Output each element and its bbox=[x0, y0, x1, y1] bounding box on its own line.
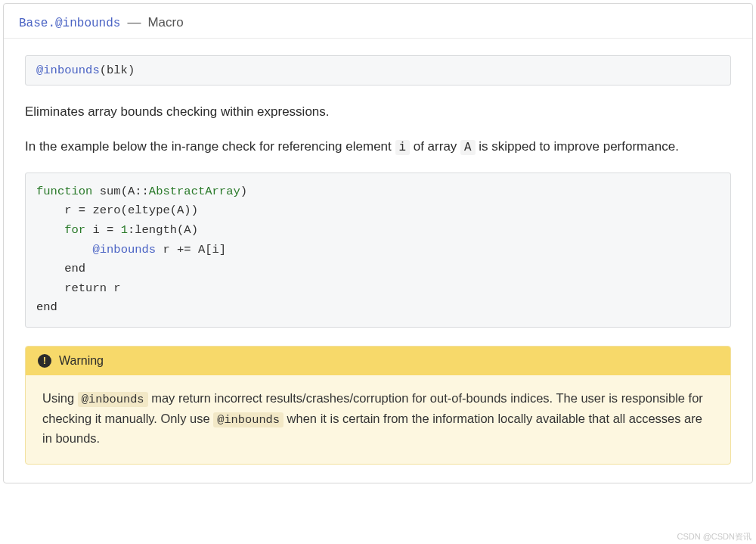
code-line: return r bbox=[36, 281, 121, 295]
warning-admonition: ! Warning Using @inbounds may return inc… bbox=[25, 346, 731, 465]
inline-code-a: A bbox=[460, 140, 475, 155]
code-keyword-end: end bbox=[36, 262, 85, 275]
watermark: CSDN @CSDN资讯 bbox=[677, 531, 751, 542]
code-line: r = zero(eltype(A)) bbox=[36, 204, 198, 217]
code-keyword-end: end bbox=[36, 300, 57, 314]
docstring-binding-link[interactable]: Base.@inbounds bbox=[19, 17, 120, 30]
docstring-type-label: Macro bbox=[147, 15, 183, 30]
code-example-block: function sum(A::AbstractArray) r = zero(… bbox=[25, 173, 731, 328]
signature-macro-name: @inbounds bbox=[36, 64, 100, 77]
warning-header: ! Warning bbox=[26, 347, 730, 375]
code-macro-inbounds: @inbounds bbox=[92, 243, 156, 256]
code-keyword-for: for bbox=[36, 223, 85, 237]
code-keyword-function: function bbox=[36, 185, 92, 198]
code-text: ) bbox=[240, 185, 247, 198]
warning-icon: ! bbox=[38, 354, 51, 368]
text-fragment: In the example below the in-range check … bbox=[25, 139, 395, 154]
inline-code-i: i bbox=[395, 140, 410, 155]
inline-code-inbounds: @inbounds bbox=[213, 412, 284, 427]
code-indent bbox=[36, 243, 92, 256]
code-number: 1 bbox=[121, 223, 128, 237]
signature-block: @inbounds(blk) bbox=[25, 55, 731, 85]
code-text: sum(A:: bbox=[92, 185, 148, 198]
warning-title: Warning bbox=[59, 354, 104, 368]
code-text: r += A[i] bbox=[156, 243, 226, 256]
text-fragment: is skipped to improve performance. bbox=[476, 139, 679, 154]
docstring-body: @inbounds(blk) Eliminates array bounds c… bbox=[4, 39, 752, 483]
text-fragment: Using bbox=[42, 391, 78, 405]
header-separator: — bbox=[127, 14, 141, 30]
code-text: i = bbox=[85, 223, 121, 237]
inline-code-inbounds: @inbounds bbox=[78, 392, 148, 407]
docstring-header: Base.@inbounds — Macro bbox=[4, 4, 752, 39]
signature-args: (blk) bbox=[100, 64, 135, 77]
code-type-abstractarray: AbstractArray bbox=[149, 185, 240, 198]
code-text: :length(A) bbox=[128, 223, 198, 237]
paragraph-example-intro: In the example below the in-range check … bbox=[25, 137, 731, 157]
text-fragment: of array bbox=[410, 139, 460, 154]
paragraph-description: Eliminates array bounds checking within … bbox=[25, 102, 731, 122]
docstring-container: Base.@inbounds — Macro @inbounds(blk) El… bbox=[3, 3, 753, 483]
warning-body: Using @inbounds may return incorrect res… bbox=[26, 375, 730, 464]
